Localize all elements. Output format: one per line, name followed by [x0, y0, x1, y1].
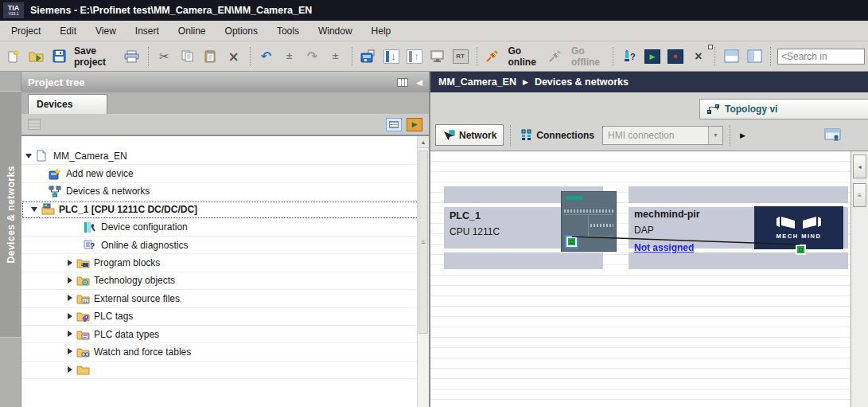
menu-insert[interactable]: Insert	[135, 25, 159, 37]
tree-item-technology-objects[interactable]: Technology objects	[21, 272, 429, 290]
menu-options[interactable]: Options	[225, 25, 258, 37]
expander-closed-icon[interactable]	[66, 331, 73, 338]
start-simulation-icon[interactable]	[428, 46, 447, 67]
expander-open-icon[interactable]	[31, 205, 38, 213]
menu-edit[interactable]: Edit	[60, 25, 76, 37]
undo-dropdown-icon[interactable]: ±	[280, 46, 299, 67]
save-project-label[interactable]: Save project	[74, 45, 117, 68]
toolbar-separator	[352, 47, 352, 66]
collapse-panel-icon[interactable]: ◀	[416, 78, 422, 87]
tab-devices[interactable]: Devices	[28, 94, 107, 114]
device-name[interactable]: PLC_1	[450, 210, 481, 221]
tree-item-partial[interactable]	[21, 362, 429, 379]
device-mechmind[interactable]: mechmind-pir DAP Not assigned MECH MIND	[629, 186, 848, 269]
tree-item-devices-networks[interactable]: Devices & networks	[21, 183, 429, 201]
plc-device-image[interactable]	[561, 191, 617, 252]
delete-icon[interactable]: ×	[224, 46, 243, 67]
new-project-icon[interactable]	[3, 46, 22, 67]
mechmind-device-image[interactable]: MECH MIND	[754, 206, 843, 249]
expander-closed-icon[interactable]	[66, 277, 73, 284]
download-to-device-icon[interactable]: ↓	[382, 46, 401, 67]
go-online-icon[interactable]	[484, 46, 503, 67]
details-view-icon[interactable]	[386, 118, 402, 131]
sort-icon[interactable]	[28, 119, 41, 130]
rail-tab-devices-networks[interactable]: Devices & networks	[0, 91, 21, 338]
device-plc[interactable]: PLC_1 CPU 1211C	[444, 186, 603, 269]
search-input[interactable]	[777, 49, 865, 65]
undo-icon[interactable]: ↶	[257, 46, 276, 67]
folder-icon	[76, 364, 90, 376]
collapsed-panel-tab[interactable]: ≡	[853, 183, 866, 207]
stop-cpu-icon[interactable]: ■	[666, 46, 685, 67]
upload-from-device-icon[interactable]: ↑	[405, 46, 424, 67]
profinet-port[interactable]	[796, 245, 806, 255]
menu-window[interactable]: Window	[318, 25, 352, 37]
tree-item-external-source-files[interactable]: 01 External source files	[21, 290, 429, 307]
expander-open-icon[interactable]	[25, 152, 33, 159]
open-project-icon[interactable]	[26, 46, 45, 67]
network-view-canvas[interactable]: PLC_1 CPU 1211C mechmind-pir DAP Not ass…	[430, 151, 868, 407]
collapsed-panel-tab[interactable]: ◂	[853, 155, 866, 178]
project-tree-tabs: Devices	[21, 92, 429, 114]
tree-item-plc-station[interactable]: PLC_1 [CPU 1211C DC/DC/DC]	[21, 201, 429, 218]
tree-item-plc-data-types[interactable]: PLC data types	[21, 326, 429, 343]
overview-icon[interactable]: ▶	[407, 118, 422, 131]
plc-data-types-folder-icon	[76, 328, 90, 340]
connection-type-select[interactable]: HMI connection ▼	[602, 126, 723, 145]
split-editor-horizontal-icon[interactable]	[722, 46, 741, 67]
project-tree-scrollbar[interactable]: ▲ ≡	[417, 136, 429, 407]
expander-closed-icon[interactable]	[66, 366, 73, 374]
accessible-devices-icon[interactable]: ?	[620, 46, 639, 67]
scroll-up-icon[interactable]: ▲	[418, 136, 429, 148]
menu-online[interactable]: Online	[178, 25, 206, 37]
device-name[interactable]: mechmind-pir	[634, 209, 700, 220]
expander-closed-icon[interactable]	[66, 295, 73, 302]
copy-icon[interactable]	[178, 46, 197, 67]
expander-closed-icon[interactable]	[66, 313, 73, 320]
breadcrumb-project[interactable]: MM_Camera_EN	[438, 76, 516, 88]
tree-item-plc-tags[interactable]: PLC tags	[21, 308, 429, 326]
toolbar-overflow-icon[interactable]: ▶	[740, 131, 745, 139]
tree-item-add-new-device[interactable]: Add new device	[21, 165, 429, 182]
go-offline-label[interactable]: Go offline	[571, 45, 605, 68]
network-mode-button[interactable]: Network	[435, 124, 504, 146]
runtime-icon[interactable]: RT	[451, 46, 470, 67]
menu-view[interactable]: View	[95, 25, 116, 37]
device-band	[629, 186, 848, 203]
paste-icon[interactable]	[201, 46, 220, 67]
tab-topology-view[interactable]: Topology vi	[699, 99, 868, 119]
tree-item-watch-force-tables[interactable]: Watch and force tables	[21, 343, 429, 361]
menu-tools[interactable]: Tools	[277, 25, 299, 37]
go-online-label[interactable]: Go online	[508, 45, 542, 68]
save-project-icon[interactable]	[49, 46, 68, 67]
tree-item-device-configuration[interactable]: Device configuration	[21, 219, 429, 237]
tree-item-program-blocks[interactable]: Program blocks	[21, 254, 429, 272]
combo-arrow-icon[interactable]: ▼	[708, 127, 722, 144]
menu-project[interactable]: Project	[11, 25, 41, 37]
cut-icon[interactable]: ✂	[155, 46, 174, 67]
toolbar-separator	[714, 47, 715, 66]
scrollbar-thumb[interactable]: ≡	[418, 151, 428, 334]
tree-item-online-diagnostics[interactable]: ? Online & diagnostics	[21, 237, 429, 254]
print-icon[interactable]	[123, 46, 142, 67]
profinet-port[interactable]	[566, 237, 577, 247]
split-editor-vertical-icon[interactable]	[745, 46, 764, 67]
expander-closed-icon[interactable]	[66, 260, 73, 267]
menu-help[interactable]: Help	[372, 25, 391, 37]
mechmind-logo-icon	[770, 216, 827, 232]
columns-icon[interactable]	[397, 78, 408, 87]
toolbar-separator	[730, 125, 730, 146]
redo-icon[interactable]: ↷	[303, 46, 322, 67]
tree-item-project[interactable]: MM_Camera_EN	[21, 147, 429, 165]
toolbar-separator	[250, 47, 251, 66]
go-offline-icon[interactable]	[547, 46, 566, 67]
breadcrumb-page[interactable]: Devices & networks	[535, 76, 629, 88]
cross-reference-icon[interactable]: ×	[689, 46, 708, 67]
start-cpu-icon[interactable]: ▶	[643, 46, 662, 67]
not-assigned-link[interactable]: Not assigned	[634, 242, 694, 253]
compile-icon[interactable]	[359, 46, 378, 67]
expander-closed-icon[interactable]	[66, 348, 73, 355]
connections-mode-button[interactable]: Connections	[517, 129, 597, 141]
show-page-panel-icon[interactable]	[824, 128, 841, 142]
redo-dropdown-icon[interactable]: ±	[326, 46, 345, 67]
